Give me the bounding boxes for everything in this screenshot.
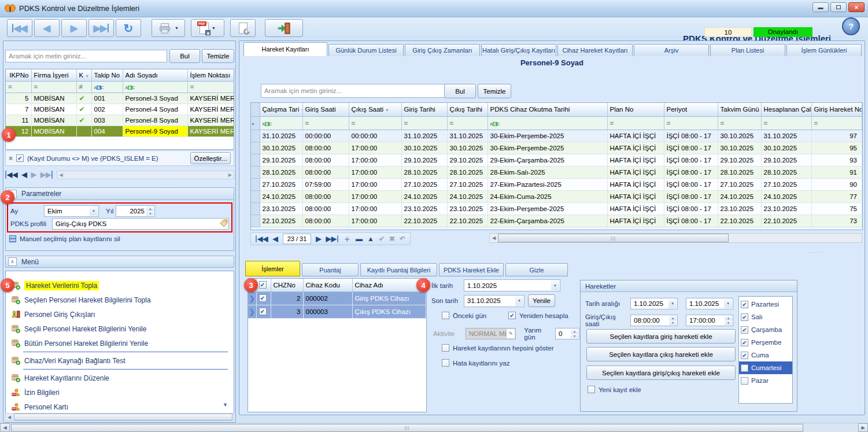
filter-cell[interactable]: = — [664, 116, 718, 130]
pdf-dropdown-icon[interactable]: ▼ — [212, 26, 216, 30]
left-panel-hscrollbar[interactable]: ◀ — [5, 413, 234, 421]
day-checkbox[interactable] — [741, 377, 748, 385]
device-checkbox[interactable] — [259, 294, 267, 302]
personnel-find-button[interactable]: Bul — [169, 49, 200, 63]
filter-cell[interactable]: ≠ — [76, 81, 91, 93]
personnel-row[interactable]: 5MOBİSAN ✔ 001Personel-3 SoyadKAYSERİ ME… — [6, 93, 234, 104]
column-header[interactable]: Adı Soyadı — [123, 69, 187, 81]
select-all-header[interactable] — [256, 279, 271, 291]
record-row[interactable]: 23.10.2025 08:00:00 17:00:00 23.10.2025 … — [251, 202, 862, 215]
bottom-tab[interactable]: Kayıtlı Puantaj Bilgileri — [360, 263, 437, 276]
spin-buttons-icon[interactable]: ▲▼ — [571, 329, 578, 338]
next-record-button[interactable]: ▶ — [61, 19, 87, 37]
record-row[interactable]: 28.10.2025 08:00:00 17:00:00 28.10.2025 … — [251, 166, 862, 178]
help-button[interactable]: ? — [842, 17, 860, 35]
filter-cell[interactable]: = — [349, 116, 401, 130]
filter-cell[interactable]: ABC — [123, 81, 187, 93]
column-header[interactable]: Giriş Saati — [302, 103, 349, 116]
filter-cell[interactable]: = — [187, 81, 234, 93]
refresh-button[interactable]: ↻ — [116, 19, 141, 37]
date-to-combo[interactable]: 1.10.2025▼ — [686, 298, 733, 309]
print-dropdown-icon[interactable]: ▼ — [175, 26, 179, 30]
main-tab[interactable]: Cihaz Hareket Kayıtları — [557, 44, 633, 56]
scroll-right-icon[interactable]: ▶ — [858, 423, 868, 432]
main-tab[interactable]: Arşiv — [634, 44, 709, 56]
pager-next-icon[interactable]: ▶ — [31, 171, 36, 179]
record-row[interactable]: 30.10.2025 08:00:00 17:00:00 30.10.2025 … — [251, 142, 862, 154]
column-header[interactable]: Cihaz Kodu — [303, 279, 352, 291]
chevron-down-icon[interactable]: ▼ — [551, 280, 559, 290]
column-header[interactable]: Cihaz Adı — [352, 279, 426, 291]
menu-item-butun-personel-yenile[interactable]: Bütün Personel Hareket Bilgilerini Yenil… — [6, 336, 234, 350]
minimize-button[interactable]: ▬ — [812, 2, 829, 12]
chevron-down-icon[interactable]: ▼ — [90, 206, 98, 216]
personnel-clear-button[interactable]: Temizle — [202, 49, 234, 63]
personnel-hscrollbar[interactable]: ◀▶ — [57, 171, 234, 179]
new-record-checkbox[interactable] — [588, 386, 595, 393]
filter-cell[interactable]: = — [302, 116, 349, 130]
add-entry-exit-movement-button[interactable]: Seçilen kayıtlara giriş/çıkış hareketi e… — [586, 365, 736, 380]
column-header[interactable]: İşlem Noktası — [187, 69, 234, 81]
column-header[interactable]: Çıkış Tarihi — [447, 103, 487, 116]
delete-row-icon[interactable]: ▬ — [356, 235, 363, 242]
chevron-down-icon[interactable]: ▼ — [668, 299, 677, 308]
row-indicator[interactable] — [251, 166, 260, 178]
filter-cell[interactable]: ABC — [260, 116, 302, 130]
column-header[interactable]: K▼ — [76, 69, 91, 81]
add-entry-movement-button[interactable]: Seçilen kayıtlara giriş hareketi ekle — [586, 329, 736, 344]
records-clear-button[interactable]: Temizle — [478, 84, 511, 98]
pager-first-icon[interactable]: ◀◀ — [5, 171, 17, 179]
restore-button[interactable] — [830, 2, 847, 12]
nav-last-icon[interactable]: ▶▶ — [326, 235, 338, 242]
main-tab[interactable]: Giriş Çıkış Zamanları — [405, 44, 480, 56]
filter-cell[interactable]: = — [31, 81, 76, 93]
chevron-down-icon[interactable]: ▼ — [515, 296, 523, 306]
row-indicator[interactable] — [251, 154, 260, 166]
last-date-combo[interactable]: 31.10.2025▼ — [464, 295, 525, 307]
record-row[interactable]: 31.10.2025 00:00:00 00:00:00 31.10.2025 … — [251, 130, 862, 142]
row-indicator[interactable] — [251, 142, 260, 154]
time-out-spinner[interactable]: 17:00:00 ▲▼ — [686, 315, 733, 326]
day-item-carsamba[interactable]: Çarşamba — [739, 323, 792, 336]
day-checkbox[interactable] — [741, 364, 748, 372]
customize-filter-button[interactable]: Özelleştir... — [190, 152, 231, 164]
month-combo[interactable]: Ekim▼ — [44, 205, 99, 217]
recalculate-checkbox[interactable] — [508, 312, 516, 319]
row-indicator[interactable] — [251, 215, 260, 227]
day-item-cuma[interactable]: Cuma — [739, 349, 792, 361]
main-tab[interactable]: Hatalı Giriş/Çıkış Kayıtları — [481, 44, 556, 56]
filter-cell[interactable]: = — [718, 116, 761, 130]
filter-active-checkbox[interactable] — [16, 154, 24, 162]
column-header[interactable]: Çıkış Saati▼ — [349, 103, 401, 116]
record-row[interactable]: 29.10.2025 08:00:00 17:00:00 29.10.2025 … — [251, 154, 862, 166]
filter-cell[interactable]: = — [447, 116, 487, 130]
menu-item-hareket-kayitlarini-duzenle[interactable]: Hareket Kayıtlarını Düzenle — [6, 371, 234, 385]
menu-header[interactable]: ∧ Menü — [5, 256, 234, 268]
day-checkbox[interactable] — [741, 301, 748, 308]
column-header[interactable]: IKPNo — [6, 69, 31, 81]
day-item-sali[interactable]: Salı — [739, 311, 792, 323]
record-row[interactable]: 24.10.2025 08:00:00 17:00:00 24.10.2025 … — [251, 190, 862, 202]
column-header[interactable]: Periyot — [664, 103, 718, 116]
time-in-spinner[interactable]: 08:00:00 ▲▼ — [630, 315, 678, 326]
refresh-grid-icon[interactable]: ↶ — [400, 235, 405, 242]
day-checkbox[interactable] — [741, 352, 748, 359]
filter-cell[interactable]: = — [401, 116, 447, 130]
filter-icon[interactable]: ▼ — [85, 74, 89, 78]
column-header[interactable]: Giriş Hareket No — [811, 103, 862, 116]
filter-cell[interactable]: = — [6, 81, 31, 93]
column-header[interactable]: Plan No — [607, 103, 664, 116]
scroll-left-icon[interactable]: ◀ — [0, 423, 10, 432]
device-row[interactable]: ❯ 2 000002 Giriş PDKS Cihazı — [248, 291, 426, 305]
day-checkbox[interactable] — [741, 339, 748, 346]
menu-item-personel-karti[interactable]: Personel Kartı — [6, 400, 234, 414]
previous-record-button[interactable]: ◀ — [34, 19, 60, 37]
collapse-icon[interactable]: ∧ — [8, 257, 17, 266]
tag-icon[interactable] — [220, 219, 228, 227]
export-pdf-button[interactable]: PDF ▼ — [191, 19, 224, 37]
records-search-input[interactable] — [261, 84, 448, 98]
refresh-dates-button[interactable]: Yenile — [528, 294, 555, 307]
filter-cell[interactable]: = — [607, 116, 664, 130]
column-header[interactable]: Takip No — [91, 69, 123, 81]
print-button[interactable]: ▼ — [152, 19, 185, 37]
